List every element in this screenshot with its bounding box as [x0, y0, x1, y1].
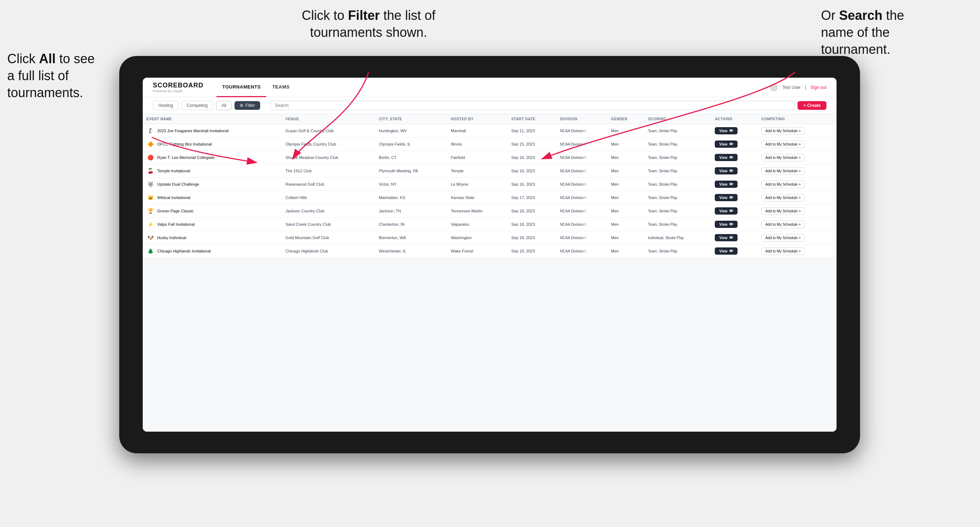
- event-name-cell: 🏌️ 2023 Joe Feaganes Marshall Invitation…: [143, 124, 282, 138]
- add-schedule-button[interactable]: Add to My Schedule +: [761, 207, 805, 215]
- actions-cell: View 👁: [711, 138, 758, 151]
- view-button[interactable]: View 👁: [715, 248, 738, 255]
- start-date-cell: Sep 16, 2023: [508, 178, 557, 191]
- competing-cell: Add to My Schedule +: [758, 178, 837, 191]
- event-name-cell: ⚡ Valpo Fall Invitational: [143, 218, 282, 231]
- table-row: 🏌️ 2023 Joe Feaganes Marshall Invitation…: [143, 124, 837, 138]
- hosted-by-cell: Valparaiso: [447, 218, 508, 231]
- view-label: View: [719, 249, 727, 253]
- add-schedule-button[interactable]: Add to My Schedule +: [761, 248, 805, 255]
- eye-icon: 👁: [729, 155, 733, 160]
- add-schedule-button[interactable]: Add to My Schedule +: [761, 154, 805, 162]
- team-logo: 🏌️: [146, 127, 154, 135]
- tournaments-table: EVENT NAME VENUE CITY, STATE HOSTED BY S…: [143, 114, 837, 258]
- event-name: Ryan T. Lee Memorial Collegiate: [157, 155, 215, 160]
- add-schedule-button[interactable]: Add to My Schedule +: [761, 167, 805, 175]
- division-cell: NCAA Division I: [557, 178, 608, 191]
- venue-cell: Jackson Country Club: [282, 205, 375, 218]
- view-button[interactable]: View 👁: [715, 181, 738, 188]
- col-event-name: EVENT NAME: [143, 114, 282, 124]
- division-cell: NCAA Division I: [557, 205, 608, 218]
- venue-cell: Gold Mountain Golf Club: [282, 231, 375, 244]
- nav-tournaments[interactable]: TOURNAMENTS: [216, 78, 266, 97]
- table-row: 🐺 Upstate Dual Challenge Ravenwood Golf …: [143, 178, 837, 191]
- actions-cell: View 👁: [711, 164, 758, 178]
- event-name: Wildcat Invitational: [157, 195, 191, 200]
- nav-teams[interactable]: TEAMS: [266, 78, 295, 97]
- venue-cell: Chicago Highlands Club: [282, 244, 375, 258]
- start-date-cell: Sep 18, 2023: [508, 218, 557, 231]
- start-date-cell: Sep 15, 2023: [508, 138, 557, 151]
- add-schedule-button[interactable]: Add to My Schedule +: [761, 127, 805, 135]
- start-date-cell: Sep 18, 2023: [508, 205, 557, 218]
- event-name: Upstate Dual Challenge: [157, 182, 199, 186]
- team-logo: 🐺: [146, 180, 154, 188]
- division-cell: NCAA Division I: [557, 164, 608, 178]
- add-schedule-label: Add to My Schedule +: [765, 183, 801, 186]
- view-label: View: [719, 222, 727, 227]
- team-logo: 🐱: [146, 194, 154, 202]
- event-name: Grover Page Classic: [157, 209, 194, 213]
- table-row: 🐶 Husky Individual Gold Mountain Golf Cl…: [143, 231, 837, 244]
- col-scoring: SCORING: [644, 114, 711, 124]
- competing-cell: Add to My Schedule +: [758, 124, 837, 138]
- table-row: 🔶 OFCC Fighting Illini Invitational Olym…: [143, 138, 837, 151]
- view-button[interactable]: View 👁: [715, 194, 738, 201]
- add-schedule-button[interactable]: Add to My Schedule +: [761, 141, 805, 148]
- event-name-cell: 🐶 Husky Individual: [143, 231, 282, 244]
- view-button[interactable]: View 👁: [715, 207, 738, 214]
- eye-icon: 👁: [729, 129, 733, 133]
- add-schedule-button[interactable]: Add to My Schedule +: [761, 234, 805, 242]
- scoring-cell: Team, Stroke Play: [644, 244, 711, 258]
- actions-cell: View 👁: [711, 231, 758, 244]
- view-label: View: [719, 142, 727, 146]
- start-date-cell: Sep 16, 2023: [508, 151, 557, 164]
- table-row: 🌲 Chicago Highlands Invitational Chicago…: [143, 244, 837, 258]
- competing-tab[interactable]: Competing: [181, 101, 213, 110]
- create-button[interactable]: + Create: [797, 101, 826, 110]
- city-state-cell: Bremerton, WA: [375, 231, 447, 244]
- add-schedule-button[interactable]: Add to My Schedule +: [761, 194, 805, 202]
- venue-cell: Olympia Fields Country Club: [282, 138, 375, 151]
- filter-bar: Hosting Competing All ⚙ Filter + Create: [143, 97, 837, 114]
- division-cell: NCAA Division I: [557, 231, 608, 244]
- annotation-search: Or Search thename of thetournament.: [821, 7, 958, 58]
- team-logo: 🌲: [146, 247, 154, 255]
- add-schedule-button[interactable]: Add to My Schedule +: [761, 221, 805, 228]
- add-schedule-button[interactable]: Add to My Schedule +: [761, 181, 805, 188]
- venue-cell: The 1912 Club: [282, 164, 375, 178]
- scoring-cell: Team, Stroke Play: [644, 151, 711, 164]
- filter-icon: ⚙: [240, 103, 243, 108]
- view-button[interactable]: View 👁: [715, 167, 738, 175]
- venue-cell: Shuttle Meadow Country Club: [282, 151, 375, 164]
- view-button[interactable]: View 👁: [715, 234, 738, 241]
- city-state-cell: Berlin, CT: [375, 151, 447, 164]
- view-label: View: [719, 169, 727, 173]
- all-tab[interactable]: All: [216, 101, 232, 110]
- view-button[interactable]: View 👁: [715, 127, 738, 134]
- view-button[interactable]: View 👁: [715, 154, 738, 161]
- user-name: Test User: [782, 85, 801, 90]
- table-header-row: EVENT NAME VENUE CITY, STATE HOSTED BY S…: [143, 114, 837, 124]
- hosting-tab[interactable]: Hosting: [153, 101, 178, 110]
- sign-out-link[interactable]: Sign out: [811, 85, 826, 90]
- actions-cell: View 👁: [711, 178, 758, 191]
- competing-cell: Add to My Schedule +: [758, 164, 837, 178]
- filter-button[interactable]: ⚙ Filter: [234, 101, 260, 110]
- logo-area: SCOREBOARD Powered by clippd: [153, 82, 204, 93]
- add-schedule-label: Add to My Schedule +: [765, 169, 801, 173]
- user-avatar: [770, 83, 778, 91]
- team-logo: ⚡: [146, 220, 154, 228]
- hosted-by-cell: Washington: [447, 231, 508, 244]
- view-button[interactable]: View 👁: [715, 221, 738, 228]
- search-input[interactable]: [270, 101, 795, 110]
- gender-cell: Men: [608, 231, 644, 244]
- view-button[interactable]: View 👁: [715, 141, 738, 148]
- table-row: 🔴 Ryan T. Lee Memorial Collegiate Shuttl…: [143, 151, 837, 164]
- team-logo: 🏆: [146, 207, 154, 215]
- eye-icon: 👁: [729, 182, 733, 186]
- actions-cell: View 👁: [711, 151, 758, 164]
- top-bar-right: Test User | Sign out: [770, 83, 826, 91]
- venue-cell: Guyan Golf & Country Club: [282, 124, 375, 138]
- table-row: 🏆 Grover Page Classic Jackson Country Cl…: [143, 205, 837, 218]
